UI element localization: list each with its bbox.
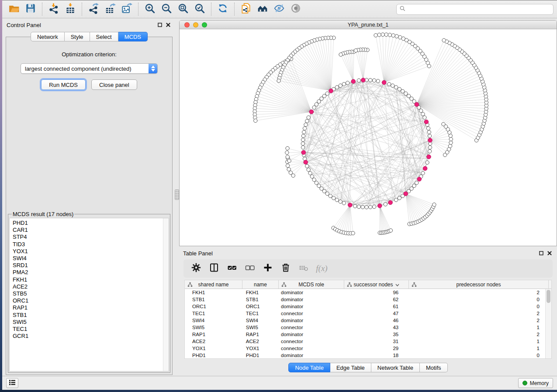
namespace-icon [412, 282, 417, 289]
mcds-result-group: MCDS result (17 nodes) PHD1CAR1STP4TID3Y… [8, 211, 170, 373]
function-builder-button: f(x) [313, 261, 329, 276]
clone-network-button[interactable] [238, 2, 254, 17]
mcds-result-item[interactable]: PMA2 [13, 269, 169, 276]
search-field[interactable] [396, 4, 554, 15]
tab-node-table[interactable]: Node Table [288, 363, 330, 372]
column-header-mcds-role[interactable]: MCDS role [279, 280, 344, 289]
show-panels-button[interactable] [6, 378, 18, 388]
mcds-result-item[interactable]: STB5 [13, 290, 169, 297]
column-header-name[interactable]: name [242, 280, 279, 289]
delete-column-button[interactable] [277, 261, 294, 276]
show-all-button[interactable] [287, 2, 304, 17]
column-header-shared-name[interactable]: shared name [185, 280, 242, 289]
panel-splitter[interactable] [175, 20, 179, 376]
table-settings-button[interactable] [188, 261, 204, 276]
tab-network-table[interactable]: Network Table [371, 363, 420, 372]
mcds-result-item[interactable]: RAP1 [13, 304, 169, 311]
memory-button[interactable]: Memory [518, 378, 553, 388]
run-mcds-button[interactable]: Run MCDS [41, 79, 86, 90]
mcds-result-item[interactable]: SRD1 [13, 262, 169, 269]
add-column-button[interactable] [259, 261, 276, 276]
refresh-button[interactable] [214, 2, 231, 17]
float-panel-icon[interactable] [539, 251, 543, 255]
zoom-in-button[interactable] [142, 2, 158, 17]
deselect-all-rows-button[interactable] [242, 261, 258, 276]
mcds-result-item[interactable]: SWI4 [13, 255, 169, 262]
close-window-icon[interactable] [184, 22, 190, 28]
delete-table-icon [298, 262, 309, 275]
save-button[interactable] [22, 2, 39, 17]
close-panel-icon[interactable] [166, 23, 170, 27]
show-columns-button[interactable] [206, 261, 222, 276]
mcds-result-item[interactable]: STP4 [13, 234, 169, 241]
mcds-result-item[interactable]: SWI5 [13, 319, 169, 326]
close-panel-icon[interactable] [547, 251, 552, 255]
open-button[interactable] [6, 2, 22, 17]
mcds-result-item[interactable]: ACE2 [13, 283, 169, 290]
table-scrollbar-thumb[interactable] [547, 290, 550, 303]
mcds-result-item[interactable]: PHD1 [13, 220, 169, 227]
toolbar-separator [138, 3, 138, 16]
tab-edge-table[interactable]: Edge Table [330, 363, 371, 372]
cell-name: SWI5 [242, 325, 278, 330]
refresh-icon [217, 3, 228, 16]
right-column: YPA_prune.txt_1 Table Panel [179, 20, 557, 376]
table-row[interactable]: ACE2ACE2connector311 [185, 338, 545, 345]
network-canvas[interactable] [180, 29, 557, 246]
mcds-result-item[interactable]: YOX1 [13, 248, 169, 255]
mcds-result-list[interactable]: PHD1CAR1STP4TID3YOX1SWI4SRD1PMA2FKH1ACE2… [9, 218, 169, 371]
table-row[interactable]: FKH1FKH1dominator962 [185, 289, 545, 296]
status-bar: Memory [2, 376, 557, 390]
table-row[interactable]: PHD1PHD1dominator180 [185, 352, 545, 358]
mcds-result-item[interactable]: FKH1 [13, 276, 169, 283]
mcds-result-item[interactable]: TEC1 [13, 326, 169, 333]
column-header-successor-nodes[interactable]: successor nodes [344, 280, 409, 289]
table-row[interactable]: SWI5SWI5connector431 [185, 324, 545, 331]
select-all-rows-button[interactable] [224, 261, 240, 276]
tab-network[interactable]: Network [31, 32, 65, 41]
network-window-titlebar[interactable]: YPA_prune.txt_1 [180, 21, 557, 29]
column-header-predecessor-nodes[interactable]: predecessor nodes [409, 280, 549, 289]
splitter-grip[interactable] [175, 189, 179, 200]
import-network-button[interactable] [45, 2, 62, 17]
criterion-dropdown[interactable]: largest connected component (undirected) [21, 63, 158, 74]
zoom-selected-button[interactable] [191, 2, 208, 17]
export-network-button[interactable] [85, 2, 102, 17]
table-row[interactable]: STB1STB1dominator620 [185, 296, 545, 303]
mcds-result-item[interactable]: STB1 [13, 312, 169, 319]
cell-successor-nodes: 96 [343, 290, 407, 295]
export-image-icon [121, 3, 132, 16]
table-row[interactable]: RAP1RAP1dominator352 [185, 331, 545, 338]
table-row[interactable]: ORC1ORC1dominator610 [185, 303, 545, 310]
import-table-button[interactable] [62, 2, 79, 17]
export-image-button[interactable] [118, 2, 135, 17]
first-neighbors-button[interactable] [254, 2, 271, 17]
search-input[interactable] [408, 4, 550, 14]
table-row[interactable]: SWI4SWI4dominator462 [185, 317, 545, 324]
export-table-button[interactable] [102, 2, 118, 17]
mcds-result-item[interactable]: ORC1 [13, 297, 169, 304]
tab-mcds[interactable]: MCDS [118, 32, 148, 41]
cell-predecessor-nodes: 2 [407, 332, 545, 337]
control-panel: Control Panel NetworkStyleSelectMCDS Opt… [2, 20, 175, 376]
mcds-result-item[interactable]: GCR1 [13, 333, 169, 340]
mcds-result-item[interactable]: CAR1 [13, 227, 169, 234]
mcds-result-item[interactable]: TID3 [13, 241, 169, 248]
table-row[interactable]: YOX1YOX1connector291 [185, 345, 545, 352]
minimize-window-icon[interactable] [193, 22, 198, 28]
tab-select[interactable]: Select [90, 32, 118, 41]
maximize-window-icon[interactable] [202, 22, 207, 28]
tab-motifs[interactable]: Motifs [420, 363, 448, 372]
zoom-fit-button[interactable] [175, 2, 191, 17]
cell-mcds-role: dominator [278, 318, 343, 323]
tab-style[interactable]: Style [65, 32, 90, 41]
table-row[interactable]: TEC1TEC1connector472 [185, 310, 545, 317]
mcds-list-scrollbar[interactable] [163, 218, 169, 371]
close-panel-button[interactable]: Close panel [91, 79, 137, 90]
float-panel-icon[interactable] [158, 23, 162, 27]
cell-mcds-role: dominator [278, 353, 343, 358]
hide-selected-button[interactable] [271, 2, 287, 17]
cell-predecessor-nodes: 1 [407, 346, 545, 351]
zoom-out-button[interactable] [158, 2, 175, 17]
table-scrollbar[interactable] [545, 289, 551, 358]
